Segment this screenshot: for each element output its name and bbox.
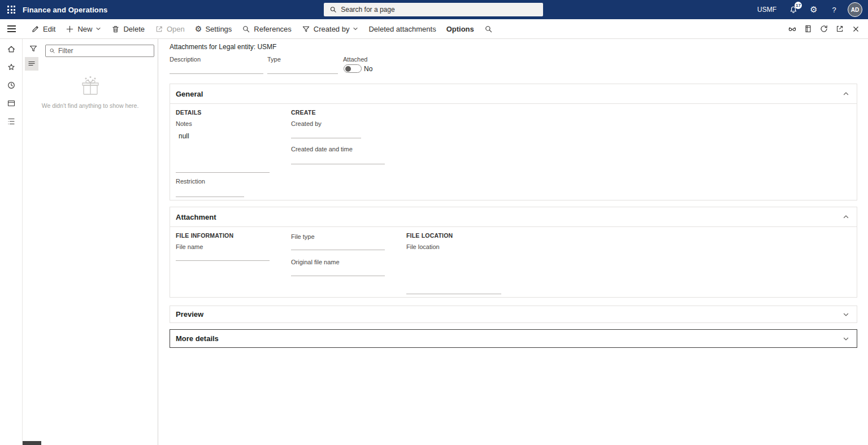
list-view-toggle-button[interactable]	[25, 57, 38, 71]
section-preview-header[interactable]: Preview	[170, 306, 857, 322]
global-search-input[interactable]	[341, 6, 537, 14]
file-type-label: File type	[291, 233, 315, 240]
chevron-down-icon[interactable]	[843, 335, 849, 342]
references-button[interactable]: References	[237, 19, 296, 38]
office-icon	[804, 24, 813, 33]
settings-button[interactable]: ⚙	[804, 0, 824, 19]
section-preview: Preview	[170, 306, 857, 323]
created-by-filter-button[interactable]: Created by	[297, 19, 364, 38]
section-general-header[interactable]: General	[170, 84, 857, 104]
home-icon	[7, 45, 16, 54]
original-file-name-label: Original file name	[291, 259, 340, 265]
panel-filter-button[interactable]	[27, 42, 40, 55]
delete-button[interactable]: Delete	[106, 19, 150, 38]
settings-menu-button[interactable]: ⚙ Settings	[190, 19, 237, 38]
attached-toggle[interactable]	[344, 64, 362, 73]
created-datetime-input[interactable]	[291, 155, 385, 164]
options-tab[interactable]: Options	[441, 19, 479, 38]
edit-button[interactable]: Edit	[26, 19, 60, 38]
restriction-label: Restriction	[176, 178, 205, 185]
favorites-button[interactable]	[0, 58, 23, 76]
app-launcher-button[interactable]	[0, 0, 23, 19]
filter-funnel-icon	[29, 44, 38, 53]
options-label: Options	[446, 25, 474, 33]
edit-label: Edit	[43, 25, 55, 33]
popout-icon	[835, 24, 844, 33]
open-button: Open	[150, 19, 190, 38]
chevron-down-icon	[96, 26, 101, 32]
created-by-label: Created by	[314, 25, 350, 33]
created-by-input[interactable]	[291, 129, 361, 138]
section-attachment-header[interactable]: Attachment	[170, 207, 857, 227]
global-search-box[interactable]	[324, 3, 543, 16]
list-panel: We didn't find anything to show here.	[23, 39, 158, 445]
navigation-rail	[0, 39, 23, 445]
gear-icon: ⚙	[810, 6, 817, 14]
file-location-group-heading: FILE LOCATION	[406, 232, 453, 239]
empty-state: We didn't find anything to show here.	[23, 75, 158, 109]
chevron-down-icon	[353, 26, 358, 32]
refresh-button[interactable]	[816, 21, 832, 37]
filter-funnel-icon	[302, 25, 310, 33]
new-label: New	[77, 25, 92, 33]
recent-button[interactable]	[0, 76, 23, 94]
plus-icon	[66, 25, 74, 33]
section-more-details: More details	[170, 329, 857, 348]
waffle-icon	[7, 6, 15, 14]
list-view-icon	[27, 59, 36, 68]
notes-input[interactable]: null	[176, 130, 270, 173]
help-button[interactable]: ?	[824, 0, 844, 19]
close-icon	[852, 25, 860, 33]
section-title: More details	[176, 334, 219, 343]
new-button[interactable]: New	[60, 19, 106, 38]
home-button[interactable]	[0, 40, 23, 58]
search-icon	[242, 25, 250, 33]
section-attachment: Attachment FILE INFORMATION File name Fi…	[170, 207, 857, 298]
search-icon	[484, 25, 493, 33]
chevron-up-icon[interactable]	[843, 213, 849, 220]
trash-icon	[111, 25, 120, 33]
file-name-label: File name	[176, 243, 203, 250]
type-input[interactable]	[267, 64, 338, 74]
horizontal-scrollbar-thumb[interactable]	[23, 441, 41, 445]
attached-value: No	[364, 65, 372, 73]
office-button[interactable]	[800, 21, 816, 37]
close-button[interactable]	[848, 21, 863, 37]
workspaces-button[interactable]	[0, 94, 23, 112]
section-more-details-header[interactable]: More details	[170, 330, 857, 347]
company-selector[interactable]: USMF	[750, 0, 783, 19]
file-information-group-heading: FILE INFORMATION	[176, 232, 233, 239]
section-title: Preview	[176, 310, 203, 319]
section-general: General DETAILS Notes null Restriction C…	[170, 84, 857, 200]
restriction-input[interactable]	[176, 188, 244, 197]
panel-filter-input[interactable]	[58, 47, 150, 55]
chevron-up-icon[interactable]	[843, 90, 849, 97]
modules-list-icon	[7, 117, 16, 126]
action-pane-search-button[interactable]	[479, 19, 498, 38]
popout-button[interactable]	[832, 21, 848, 37]
chevron-down-icon[interactable]	[843, 311, 849, 318]
file-name-input[interactable]	[176, 252, 270, 261]
panel-filter-box[interactable]	[45, 45, 154, 57]
notifications-button[interactable]: 17	[783, 0, 804, 19]
file-type-input[interactable]	[291, 242, 385, 250]
refresh-icon	[819, 24, 828, 33]
modules-button[interactable]	[0, 112, 23, 130]
gear-icon: ⚙	[195, 25, 202, 33]
glasses-button[interactable]	[784, 21, 800, 37]
notification-badge: 17	[795, 2, 802, 9]
deleted-attachments-button[interactable]: Deleted attachments	[363, 19, 441, 38]
description-label: Description	[170, 56, 201, 63]
hamburger-menu-button[interactable]	[0, 19, 23, 38]
created-by-field-label: Created by	[291, 120, 322, 127]
description-input[interactable]	[170, 64, 263, 74]
empty-state-gift-icon	[78, 75, 103, 98]
app-title: Finance and Operations	[23, 6, 107, 14]
references-label: References	[254, 25, 291, 33]
toggle-knob	[345, 66, 351, 72]
original-file-name-input[interactable]	[291, 268, 385, 276]
top-navigation-bar: Finance and Operations USMF 17 ⚙ ? AD	[0, 0, 868, 19]
delete-label: Delete	[123, 25, 145, 33]
file-location-input[interactable]	[406, 286, 501, 294]
avatar[interactable]: AD	[848, 2, 862, 17]
